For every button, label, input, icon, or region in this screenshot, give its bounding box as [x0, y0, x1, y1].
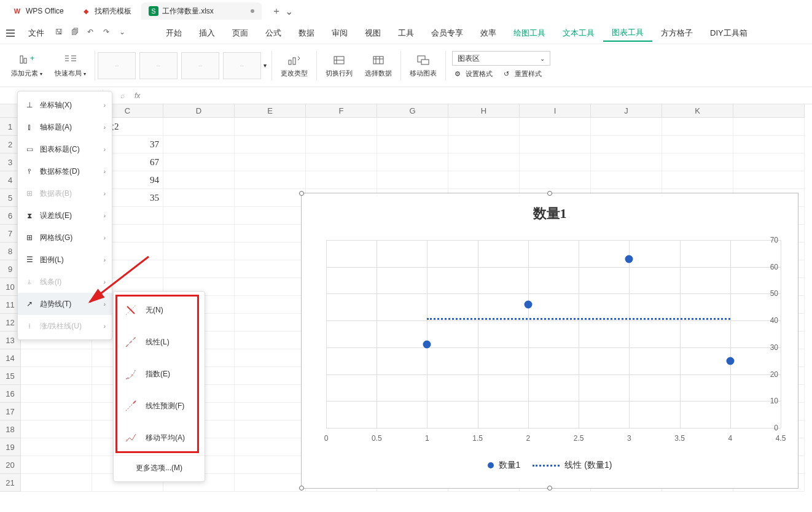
col-header-h[interactable]: H	[448, 104, 520, 118]
cell[interactable]	[21, 367, 92, 385]
chart-trendline[interactable]	[427, 318, 730, 320]
qat-undo-icon[interactable]: ↶	[87, 28, 98, 39]
cell[interactable]	[235, 118, 306, 136]
cell[interactable]	[21, 438, 92, 456]
cell[interactable]	[662, 136, 733, 153]
spreadsheet[interactable]: B C D E F G H I J K	[0, 104, 812, 118]
cell[interactable]	[662, 153, 733, 171]
switch-rowcol-button[interactable]: 切换行列	[321, 53, 357, 78]
cell[interactable]	[163, 118, 235, 136]
cell[interactable]	[520, 153, 591, 171]
workbook-tab[interactable]: S 工作簿数量.xlsx	[141, 2, 262, 20]
col-header-e[interactable]: E	[235, 104, 306, 118]
cell[interactable]	[163, 242, 235, 260]
cell[interactable]	[235, 367, 306, 385]
cell[interactable]	[235, 474, 306, 492]
cell[interactable]	[235, 385, 306, 403]
menu-drawing-tools[interactable]: 绘图工具	[505, 25, 554, 41]
menu-chart-tools[interactable]: 图表工具	[603, 25, 652, 42]
file-menu[interactable]: 文件	[20, 25, 53, 41]
chart-legend[interactable]: 数量1 线性 (数量1)	[302, 460, 798, 471]
cell[interactable]	[235, 314, 306, 332]
col-header-extra[interactable]	[733, 104, 805, 118]
qat-dropdown-icon[interactable]: ⌄	[119, 28, 130, 39]
cell[interactable]	[235, 456, 306, 474]
cell[interactable]	[163, 171, 235, 189]
quick-layout-button[interactable]: 快速布局 ▾	[50, 53, 91, 78]
chart-style-4[interactable]: ⋯	[223, 52, 261, 79]
menu-review[interactable]: 审阅	[323, 25, 356, 41]
cell[interactable]	[520, 118, 591, 136]
trendline-moving-avg[interactable]: 移动平均(A)	[114, 422, 205, 454]
chart-style-2[interactable]: ⋯	[139, 52, 178, 79]
move-chart-button[interactable]: 移动图表	[405, 53, 442, 78]
cell[interactable]	[733, 153, 805, 171]
menu-page[interactable]: 页面	[224, 25, 257, 41]
cell[interactable]	[591, 118, 662, 136]
cell[interactable]	[448, 136, 520, 153]
cell[interactable]	[520, 171, 591, 189]
menu-legend[interactable]: ☰图例(L)›	[18, 249, 112, 271]
templates-tab[interactable]: ◆ 找稻壳模板	[74, 2, 139, 20]
select-data-button[interactable]: 选择数据	[360, 53, 397, 78]
chart-element-selector[interactable]: 图表区 ⌄	[452, 51, 550, 66]
cell[interactable]	[235, 438, 306, 456]
chart-style-gallery[interactable]: ⋯ ⋯ ⋯ ⋯	[98, 52, 261, 79]
cell[interactable]	[306, 153, 377, 171]
cell[interactable]	[21, 474, 92, 492]
menu-data-labels[interactable]: ⫯数据标签(D)›	[18, 160, 112, 182]
gallery-more-icon[interactable]: ▾	[261, 62, 269, 69]
cell[interactable]	[163, 225, 235, 242]
menu-axis-title[interactable]: ⫿轴标题(A)›	[18, 116, 112, 138]
chart-style-3[interactable]: ⋯	[181, 52, 219, 79]
cell[interactable]	[235, 136, 306, 153]
cell[interactable]	[733, 171, 805, 189]
cell[interactable]	[235, 225, 306, 242]
new-tab-button[interactable]: ＋	[271, 5, 281, 18]
menu-fangfang[interactable]: 方方格子	[652, 25, 701, 41]
cell[interactable]	[377, 118, 448, 136]
menu-data[interactable]: 数据	[290, 25, 323, 41]
trendline-linear[interactable]: 线性(L)	[114, 326, 205, 358]
menu-diy[interactable]: DIY工具箱	[701, 25, 756, 41]
chart-plot-area[interactable]: 01020304050607000.511.522.533.544.5	[326, 240, 781, 428]
cell[interactable]	[235, 242, 306, 260]
col-header-d[interactable]: D	[163, 104, 235, 118]
col-header-g[interactable]: G	[377, 104, 448, 118]
cell[interactable]	[21, 349, 92, 367]
qat-save-icon[interactable]: 🖫	[55, 28, 66, 39]
col-header-i[interactable]: I	[520, 104, 591, 118]
cell[interactable]	[163, 207, 235, 225]
chart-data-point[interactable]	[625, 255, 633, 263]
row-header[interactable]: 15	[0, 367, 21, 385]
row-header[interactable]: 21	[0, 474, 21, 492]
cell[interactable]	[235, 349, 306, 367]
fx-label[interactable]: fx	[135, 91, 140, 100]
cell[interactable]	[21, 421, 92, 438]
cell[interactable]	[448, 118, 520, 136]
hamburger-icon[interactable]	[5, 28, 16, 39]
cell[interactable]	[733, 118, 805, 136]
cell[interactable]	[21, 456, 92, 474]
chart-data-point[interactable]	[423, 341, 431, 349]
chart-handle-n[interactable]	[547, 191, 552, 196]
cell[interactable]	[662, 171, 733, 189]
chart-handle-nw[interactable]	[299, 191, 304, 196]
cell[interactable]	[21, 403, 92, 421]
legend-series-1[interactable]: 数量1	[488, 460, 521, 471]
cell[interactable]	[591, 153, 662, 171]
cell[interactable]	[235, 278, 306, 296]
row-header[interactable]: 17	[0, 403, 21, 421]
chart-handle-s[interactable]	[547, 486, 552, 491]
qat-print-icon[interactable]: 🗐	[71, 28, 82, 39]
row-header[interactable]: 19	[0, 438, 21, 456]
menu-error-bars[interactable]: ⧗误差线(E)›	[18, 204, 112, 227]
chart-data-point[interactable]	[726, 357, 734, 365]
add-element-button[interactable]: + 添加元素 ▾	[6, 53, 47, 78]
menu-chart-title[interactable]: ▭图表标题(C)›	[18, 138, 112, 160]
chart-style-1[interactable]: ⋯	[98, 52, 136, 79]
menu-insert[interactable]: 插入	[190, 25, 224, 41]
menu-formula[interactable]: 公式	[257, 25, 290, 41]
cell[interactable]	[377, 136, 448, 153]
cell[interactable]	[21, 385, 92, 403]
